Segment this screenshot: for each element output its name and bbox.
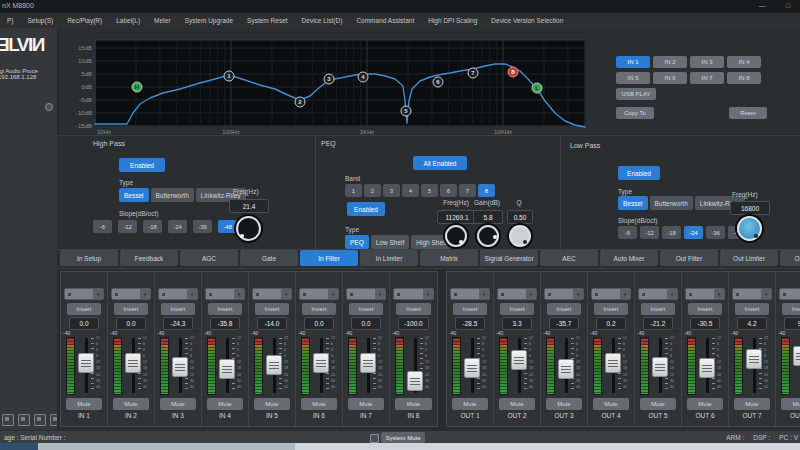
invert-button[interactable]: Invert	[641, 303, 675, 315]
hp-slope--18[interactable]: -18	[143, 220, 162, 233]
fader-handle[interactable]	[313, 353, 329, 373]
peq-band-7[interactable]: 7	[459, 184, 476, 197]
channel-source-select[interactable]: ▾	[205, 288, 245, 300]
tab-aec[interactable]: AEC	[540, 250, 598, 266]
mute-button[interactable]: Mute	[254, 398, 290, 410]
lp-slope--18[interactable]: -18	[662, 226, 681, 239]
eq-marker-3[interactable]: 3	[324, 74, 334, 84]
invert-button[interactable]: Invert	[500, 303, 534, 315]
gain-value[interactable]: -100.0	[398, 317, 429, 330]
peq-band-2[interactable]: 2	[364, 184, 381, 197]
invert-button[interactable]: Invert	[67, 303, 101, 315]
invert-button[interactable]: Invert	[396, 303, 431, 315]
channel-button-in-1[interactable]: IN 1	[616, 56, 650, 68]
edit-icon[interactable]	[2, 414, 14, 426]
channel-button-in-5[interactable]: IN 5	[616, 72, 650, 84]
peq-type-peq[interactable]: PEQ	[345, 235, 369, 249]
mute-button[interactable]: Mute	[593, 398, 629, 410]
eq-marker-1[interactable]: 1	[224, 71, 234, 81]
copy-to-button[interactable]: Copy To	[616, 107, 654, 119]
tab-matrix[interactable]: Matrix	[420, 250, 478, 266]
lp-freq-knob[interactable]	[737, 216, 762, 241]
mute-button[interactable]: Mute	[452, 398, 488, 410]
channel-source-select[interactable]: ▾	[252, 288, 292, 300]
channel-button-in-2[interactable]: IN 2	[653, 56, 687, 68]
mute-button[interactable]: Mute	[734, 398, 770, 410]
hp-slope--12[interactable]: -12	[118, 220, 137, 233]
gain-value[interactable]: 9	[784, 317, 800, 330]
system-mute-button[interactable]: System Mute	[381, 432, 425, 443]
fader-handle[interactable]	[78, 353, 94, 373]
lp-slope--12[interactable]: -12	[640, 226, 659, 239]
fader-handle[interactable]	[558, 359, 574, 379]
channel-button-in-6[interactable]: IN 6	[653, 72, 687, 84]
mute-button[interactable]: Mute	[781, 398, 800, 410]
tab-out-filter[interactable]: Out Filter	[660, 250, 718, 266]
eq-marker-7[interactable]: 7	[468, 68, 478, 78]
gain-value[interactable]: 0.2	[596, 317, 626, 330]
eq-marker-5[interactable]: 5	[401, 106, 411, 116]
channel-source-select[interactable]: ▾	[779, 288, 800, 300]
usb-play-button[interactable]: USB PLAY	[616, 88, 656, 100]
invert-button[interactable]: Invert	[255, 303, 289, 315]
lp-slope--6[interactable]: -6	[618, 226, 637, 239]
fader-handle[interactable]	[699, 358, 715, 378]
channel-button-in-7[interactable]: IN 7	[690, 72, 724, 84]
invert-button[interactable]: Invert	[114, 303, 148, 315]
eq-marker-l[interactable]: L	[532, 83, 542, 93]
eq-curve-graph[interactable]: 15dB10dB5dB0dB-5dB-10dB-15dB10Hz100Hz1KH…	[60, 38, 596, 138]
gain-value[interactable]: 4.2	[737, 317, 767, 330]
peq-q-value[interactable]: 0.50	[507, 210, 533, 224]
eq-marker-6[interactable]: 6	[433, 77, 443, 87]
invert-button[interactable]: Invert	[735, 303, 769, 315]
channel-source-select[interactable]: ▾	[158, 288, 198, 300]
channel-source-select[interactable]: ▾	[638, 288, 678, 300]
fader-handle[interactable]	[746, 349, 762, 369]
peq-band-4[interactable]: 4	[402, 184, 419, 197]
tab-in-setup[interactable]: In Setup	[60, 250, 118, 266]
channel-source-select[interactable]: ▾	[591, 288, 631, 300]
reset-button[interactable]: Reset	[729, 107, 767, 119]
tab-out-limiter[interactable]: Out Limiter	[720, 250, 778, 266]
gain-value[interactable]: 0.0	[116, 317, 146, 330]
channel-source-select[interactable]: ▾	[685, 288, 725, 300]
window-icon[interactable]	[34, 414, 46, 426]
channel-source-select[interactable]: ▾	[450, 288, 490, 300]
tab-gate[interactable]: Gate	[240, 250, 298, 266]
mute-button[interactable]: Mute	[207, 398, 243, 410]
gain-value[interactable]: -14.0	[257, 317, 287, 330]
maximize-button[interactable]: □	[778, 1, 798, 12]
peq-enabled-button[interactable]: Enabled	[347, 202, 385, 216]
tab-out-delay[interactable]: Out Delay	[780, 250, 800, 266]
menu-item-meter[interactable]: Meter	[147, 17, 178, 24]
hp-slope--48[interactable]: -48	[218, 220, 237, 233]
invert-button[interactable]: Invert	[782, 303, 800, 315]
tab-feedback[interactable]: Feedback	[120, 250, 178, 266]
fader-handle[interactable]	[407, 371, 423, 391]
hp-slope--6[interactable]: -6	[93, 220, 112, 233]
fader-handle[interactable]	[793, 346, 800, 366]
mute-button[interactable]: Mute	[395, 398, 432, 410]
peq-q-knob[interactable]	[509, 225, 531, 247]
gain-value[interactable]: -21.2	[643, 317, 673, 330]
fader-handle[interactable]	[605, 353, 621, 373]
gain-value[interactable]: -28.5	[455, 317, 485, 330]
fader-handle[interactable]	[464, 358, 480, 378]
gain-value[interactable]: 3.3	[502, 317, 532, 330]
mute-button[interactable]: Mute	[348, 398, 384, 410]
invert-button[interactable]: Invert	[349, 303, 383, 315]
lp-type-butterworth[interactable]: Butterworth	[650, 196, 693, 210]
channel-button-in-4[interactable]: IN 4	[727, 56, 761, 68]
menu-item-label-l-[interactable]: Label(L)	[109, 17, 147, 24]
mute-button[interactable]: Mute	[301, 398, 337, 410]
peq-band-8[interactable]: 8	[478, 184, 495, 197]
hp-enabled-button[interactable]: Enabled	[119, 158, 165, 172]
channel-source-select[interactable]: ▾	[346, 288, 386, 300]
peq-freq-value[interactable]: 11269.1	[437, 210, 477, 224]
peq-gain-value[interactable]: 5.8	[473, 210, 503, 224]
hp-freq-value[interactable]: 21.4	[229, 199, 269, 213]
lp-type-bessel[interactable]: Bessel	[618, 196, 648, 210]
peq-band-5[interactable]: 5	[421, 184, 438, 197]
menu-item-rec-play-r-[interactable]: Rec/Play(R)	[60, 17, 109, 24]
menu-item-device-list-d-[interactable]: Device List(D)	[295, 17, 350, 24]
